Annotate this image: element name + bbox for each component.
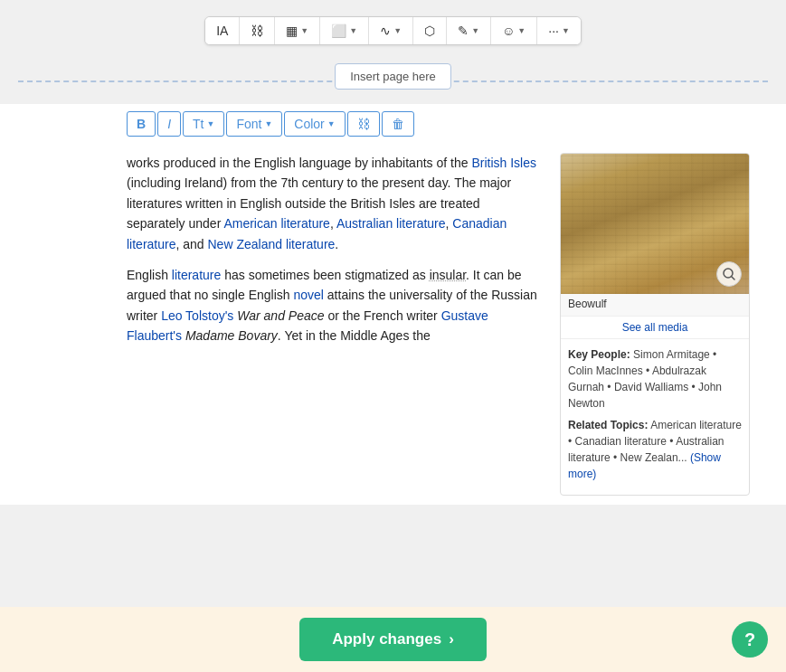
australian-literature-link[interactable]: Australian literature [336, 216, 446, 231]
italic-label: I [167, 117, 171, 131]
shapes-caret-icon: ▼ [517, 26, 526, 35]
color-button[interactable]: Color ▼ [284, 111, 345, 137]
sidebar-see-all: See all media [561, 317, 749, 339]
bottom-bar: Apply changes › ? [0, 607, 786, 672]
apply-arrow-icon: › [449, 630, 454, 648]
bold-button[interactable]: B [127, 111, 156, 137]
magnify-icon[interactable] [716, 261, 742, 287]
erase-icon: ⬡ [424, 24, 435, 38]
related-topics-paragraph: Related Topics: American literature • Ca… [568, 417, 742, 482]
nz-literature-link[interactable]: New Zealand literature [208, 237, 336, 251]
paragraph-2: English literature has sometimes been st… [127, 265, 542, 346]
literature-link[interactable]: literature [172, 268, 221, 282]
paragraph2f-text: or the French writer [325, 308, 441, 323]
erase-tool-button[interactable]: ⬡ [413, 17, 447, 44]
paragraph1-text: works produced in the English language b… [127, 156, 471, 170]
bold-label: B [137, 117, 146, 131]
insert-page-label: Insert page here [350, 70, 436, 83]
color-caret-icon: ▼ [327, 119, 336, 128]
top-toolbar-area: IA ⛓ ▦ ▼ ⬜ ▼ ∿ ▼ ⬡ ✎ ▼ ☺ ▼ ··· ▼ [0, 0, 786, 56]
text-tool-label: IA [216, 24, 228, 38]
bovary-italic: Madame Bovary [185, 328, 278, 343]
related-topics-label: Related Topics: [568, 419, 648, 431]
sidebar-image [561, 154, 749, 294]
delete-format-button[interactable]: 🗑 [382, 111, 414, 137]
more-icon: ··· [548, 24, 559, 38]
tolstoy-link[interactable]: Leo Tolstoy's [161, 308, 233, 323]
novel-link[interactable]: novel [293, 288, 323, 302]
color-label: Color [294, 117, 324, 131]
link-icon: ⛓ [251, 24, 263, 38]
doc-caret-icon: ▼ [300, 26, 308, 35]
doc-tool-button[interactable]: ▦ ▼ [275, 17, 320, 44]
content-with-sidebar: works produced in the English language b… [0, 144, 786, 505]
article-text: works produced in the English language b… [127, 153, 542, 496]
insular-word: insular [430, 268, 466, 282]
image-tool-button[interactable]: ⬜ ▼ [320, 17, 369, 44]
paragraph1f-text: . [335, 237, 338, 251]
see-all-media-link[interactable]: See all media [622, 321, 688, 334]
font-label: Font [236, 117, 261, 131]
more-caret-icon: ▼ [562, 26, 570, 35]
text-size-button[interactable]: Tt ▼ [183, 111, 224, 137]
insert-page-button[interactable]: Insert page here [335, 63, 451, 90]
wave-icon: ∿ [380, 24, 391, 38]
pencil-caret-icon: ▼ [471, 26, 479, 35]
link-format-icon: ⛓ [357, 117, 370, 131]
pencil-tool-button[interactable]: ✎ ▼ [447, 17, 491, 44]
help-button[interactable]: ? [732, 621, 768, 658]
apply-changes-button[interactable]: Apply changes › [299, 618, 487, 661]
shapes-tool-button[interactable]: ☺ ▼ [491, 17, 537, 44]
image-caret-icon: ▼ [349, 26, 357, 35]
see-all-label: See all media [622, 321, 688, 334]
sidebar-info: Key People: Simon Armitage • Colin MacIn… [561, 339, 749, 495]
paragraph-1: works produced in the English language b… [127, 153, 542, 254]
war-peace-italic: War and Peace [237, 308, 324, 323]
text-size-label: Tt [193, 117, 204, 131]
key-people-paragraph: Key People: Simon Armitage • Colin MacIn… [568, 346, 742, 412]
shapes-icon: ☺ [502, 24, 515, 38]
wave-tool-button[interactable]: ∿ ▼ [369, 17, 413, 44]
text-tool-button[interactable]: IA [205, 17, 240, 44]
link-tool-button[interactable]: ⛓ [240, 17, 275, 44]
doc-icon: ▦ [286, 24, 298, 38]
apply-changes-label: Apply changes [332, 630, 441, 648]
toolbar-group: IA ⛓ ▦ ▼ ⬜ ▼ ∿ ▼ ⬡ ✎ ▼ ☺ ▼ ··· ▼ [204, 16, 582, 45]
sidebar-card: Beowulf See all media Key People: Simon … [560, 153, 750, 496]
svg-line-1 [732, 277, 734, 279]
font-caret-icon: ▼ [264, 119, 272, 128]
insert-page-area: Insert page here [0, 56, 786, 104]
format-toolbar: B I Tt ▼ Font ▼ Color ▼ ⛓ 🗑 [0, 104, 786, 144]
pencil-icon: ✎ [458, 24, 469, 38]
font-button[interactable]: Font ▼ [226, 111, 282, 137]
american-literature-link[interactable]: American literature [223, 216, 330, 231]
more-tool-button[interactable]: ··· ▼ [537, 17, 581, 44]
image-icon: ⬜ [331, 24, 346, 38]
paragraph2a-text: English [127, 268, 172, 282]
link-format-button[interactable]: ⛓ [347, 111, 380, 137]
paragraph2b-text: has sometimes been stigmatized as [221, 268, 429, 282]
help-label: ? [744, 629, 755, 650]
sidebar-image-caption: Beowulf [561, 294, 749, 317]
wave-caret-icon: ▼ [393, 26, 402, 35]
paragraph1c-text: , [330, 216, 336, 231]
key-people-label: Key People: [568, 348, 630, 361]
main-content: B I Tt ▼ Font ▼ Color ▼ ⛓ 🗑 works produc… [0, 104, 786, 505]
delete-format-icon: 🗑 [392, 117, 404, 131]
caption-text: Beowulf [568, 298, 607, 310]
text-size-caret-icon: ▼ [206, 119, 214, 128]
british-isles-link[interactable]: British Isles [471, 156, 536, 170]
italic-button[interactable]: I [157, 111, 181, 137]
paragraph1e-text: , and [175, 237, 207, 251]
paragraph2h-text: . Yet in the Middle Ages the [278, 328, 431, 343]
